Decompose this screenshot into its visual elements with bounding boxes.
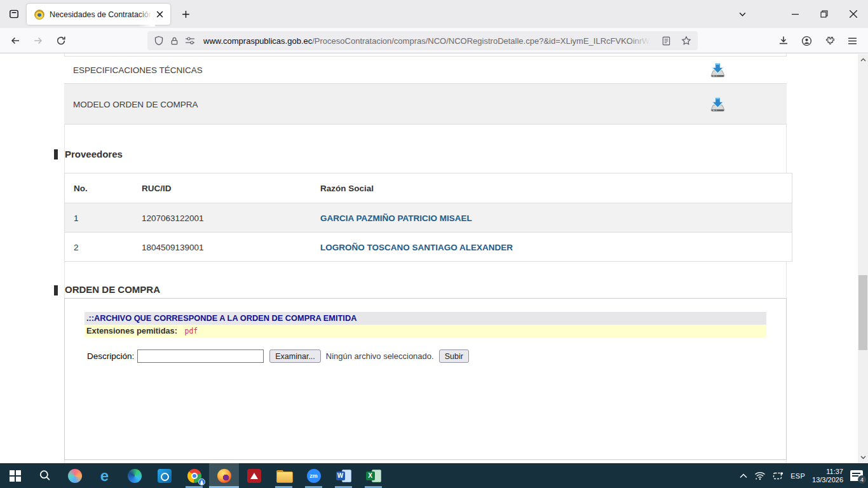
permissions-icon[interactable] — [185, 36, 195, 45]
url-path: /ProcesoContratacion/compras/NCO/NCORegi… — [312, 36, 649, 46]
column-header-razon-social: Razón Social — [320, 184, 374, 193]
taskbar-acrobat-button[interactable] — [239, 463, 269, 488]
copilot-icon — [68, 469, 82, 483]
account-icon[interactable] — [797, 31, 816, 50]
row-ruc: 1207063122001 — [142, 213, 204, 222]
firefox-icon — [217, 469, 231, 483]
list-all-tabs-icon[interactable] — [733, 5, 751, 23]
taskbar-search-button[interactable] — [30, 463, 60, 488]
page-scrollbar[interactable] — [858, 54, 868, 463]
tray-chevron-up-icon[interactable] — [740, 473, 747, 478]
archivo-title: .::ARCHIVO QUE CORRESPONDE A LA ORDEN DE… — [85, 312, 766, 325]
download-drive-icon[interactable] — [707, 60, 728, 80]
extensiones-label: Extensiones pemitidas: — [86, 326, 177, 336]
reload-button[interactable] — [51, 31, 71, 50]
column-header-ruc: RUC/ID — [142, 184, 172, 193]
descripcion-label: Descripción: — [87, 351, 134, 361]
edge-icon — [128, 469, 142, 483]
taskbar-internet-explorer-button[interactable]: e — [90, 463, 119, 488]
back-button[interactable] — [6, 31, 25, 50]
scrollbar-thumb[interactable] — [858, 275, 867, 350]
upload-form: Descripción: Examinar... Ningún archivo … — [87, 349, 469, 363]
bookmark-star-icon[interactable] — [681, 36, 691, 46]
no-file-selected-text: Ningún archivo seleccionado. — [326, 351, 434, 361]
lock-icon[interactable] — [170, 36, 179, 46]
taskbar-firefox-button[interactable] — [209, 463, 239, 488]
extensions-puzzle-icon[interactable] — [820, 31, 839, 50]
url-text[interactable]: www.compraspublicas.gob.ec/ProcesoContra… — [203, 36, 658, 46]
proveedores-table: No. RUC/ID Razón Social 1 1207063122001 … — [64, 173, 792, 262]
table-header-row: No. RUC/ID Razón Social — [65, 173, 792, 203]
window-restore-button[interactable] — [810, 0, 839, 28]
url-fade — [628, 32, 658, 49]
wifi-icon[interactable] — [754, 471, 766, 480]
zoom-icon: zm — [307, 469, 321, 483]
row-number: 2 — [74, 242, 79, 252]
windows-taskbar: e zm W X ESP 11:37 — [0, 463, 868, 488]
excel-icon: X — [366, 469, 381, 483]
taskbar-zoom-button[interactable]: zm — [299, 463, 329, 488]
column-header-no: No. — [74, 184, 88, 193]
forward-button[interactable] — [29, 31, 48, 50]
downloads-icon[interactable] — [774, 31, 793, 50]
download-drive-icon[interactable] — [707, 94, 728, 114]
clock-date: 13/3/2026 — [812, 476, 843, 484]
browser-tab-strip: Necesidades de Contratación y — [0, 0, 868, 28]
examinar-button[interactable]: Examinar... — [269, 349, 321, 363]
outlook-icon — [158, 469, 172, 483]
window-minimize-button[interactable] — [780, 0, 810, 28]
search-icon — [39, 470, 51, 482]
document-label: MODELO ORDEN DE COMPRA — [73, 99, 198, 109]
window-close-button[interactable] — [839, 0, 868, 28]
url-bar[interactable]: www.compraspublicas.gob.ec/ProcesoContra… — [147, 31, 698, 50]
extensiones-strip: Extensiones pemitidas: pdf — [85, 325, 766, 337]
cast-display-icon[interactable] — [773, 471, 783, 480]
internet-explorer-icon: e — [100, 469, 109, 483]
scrollbar-up-icon[interactable] — [858, 55, 868, 65]
scrollbar-down-icon[interactable] — [858, 452, 868, 463]
reader-view-icon[interactable] — [661, 36, 671, 46]
tab-close-icon[interactable] — [154, 9, 165, 20]
chrome-profile-badge — [198, 478, 205, 485]
file-explorer-icon — [276, 470, 292, 482]
clock[interactable]: 11:37 13/3/2026 — [812, 468, 843, 484]
descripcion-input[interactable] — [137, 349, 264, 363]
url-host: www.compraspublicas.gob.ec — [203, 36, 312, 46]
subir-button[interactable]: Subir — [439, 349, 469, 363]
taskbar-outlook-button[interactable] — [149, 463, 179, 488]
proveedores-heading: Proveedores — [65, 149, 123, 159]
browser-toolbar: www.compraspublicas.gob.ec/ProcesoContra… — [0, 28, 868, 53]
proveedor-link[interactable]: GARCIA PAZMIÑO PATRICIO MISAEL — [320, 213, 472, 222]
orden-de-compra-panel: .::ARCHIVO QUE CORRESPONDE A LA ORDEN DE… — [64, 298, 787, 460]
proveedor-link[interactable]: LOGROÑO TOSCANO SANTIAGO ALEXANDER — [320, 242, 513, 252]
taskbar-copilot-button[interactable] — [60, 463, 90, 488]
system-tray: ESP 11:37 13/3/2026 4 — [740, 463, 863, 488]
notification-center-button[interactable]: 4 — [850, 470, 863, 481]
taskbar-word-button[interactable]: W — [329, 463, 358, 488]
clock-time: 11:37 — [812, 468, 843, 476]
row-number: 1 — [74, 213, 79, 222]
browser-tab[interactable]: Necesidades de Contratación y — [27, 4, 170, 25]
taskbar-chrome-button[interactable] — [179, 463, 209, 488]
section-marker — [54, 285, 58, 295]
new-tab-button[interactable] — [177, 5, 194, 23]
documents-table: ESPECIFICACIONES TÉCNICAS MODELO ORDEN D… — [64, 56, 787, 125]
tracking-shield-icon[interactable] — [154, 36, 164, 46]
windows-logo-icon — [10, 470, 21, 482]
taskbar-edge-button[interactable] — [119, 463, 149, 488]
table-row: MODELO ORDEN DE COMPRA — [64, 84, 787, 125]
section-marker — [54, 149, 58, 159]
orden-de-compra-heading: ORDEN DE COMPRA — [65, 284, 160, 295]
table-row: 2 1804509139001 LOGROÑO TOSCANO SANTIAGO… — [65, 232, 792, 261]
table-row: ESPECIFICACIONES TÉCNICAS — [64, 57, 787, 84]
menu-hamburger-icon[interactable] — [843, 31, 862, 50]
tab-title-fade — [139, 9, 155, 27]
firefox-view-icon[interactable] — [5, 5, 23, 23]
taskbar-file-explorer-button[interactable] — [269, 463, 299, 488]
taskbar-excel-button[interactable]: X — [358, 463, 388, 488]
table-row: 1 1207063122001 GARCIA PAZMIÑO PATRICIO … — [65, 203, 792, 232]
notification-badge: 4 — [858, 475, 866, 484]
start-button[interactable] — [0, 463, 30, 488]
screen: Necesidades de Contratación y — [0, 0, 868, 488]
language-indicator[interactable]: ESP — [790, 472, 805, 480]
